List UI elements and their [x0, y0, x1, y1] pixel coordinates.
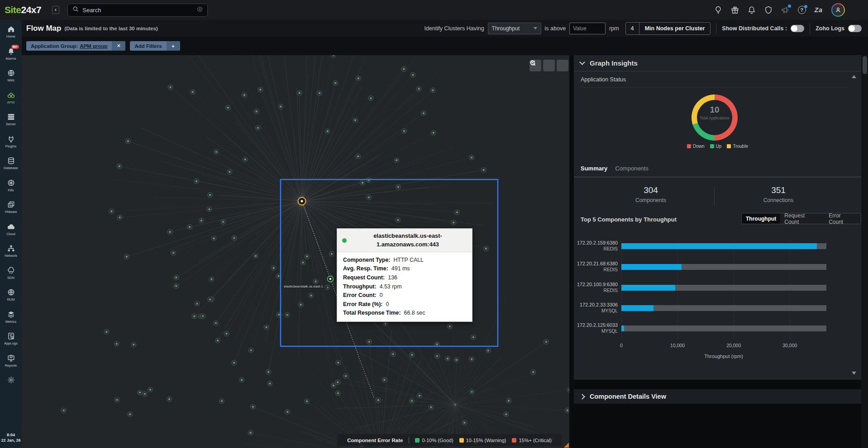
component-node[interactable] — [214, 321, 219, 325]
bell-icon[interactable] — [748, 6, 756, 14]
component-node[interactable] — [124, 254, 129, 259]
component-node[interactable] — [227, 170, 232, 174]
add-filters-chip[interactable]: Add Filters + — [130, 41, 180, 51]
component-node[interactable] — [329, 251, 334, 256]
component-node[interactable] — [544, 340, 548, 344]
component-node[interactable] — [469, 155, 474, 160]
component-node[interactable] — [200, 314, 205, 319]
component-node[interactable] — [483, 246, 488, 251]
component-node[interactable] — [469, 389, 474, 394]
window-scrollbar[interactable] — [861, 55, 868, 448]
component-node[interactable] — [434, 354, 439, 358]
sidebar-item-web[interactable]: Web — [0, 69, 22, 91]
component-node[interactable] — [114, 341, 119, 346]
component-node[interactable] — [356, 154, 361, 159]
min-nodes-group[interactable]: 4 Min Nodes per Cluster — [625, 22, 711, 35]
zia-icon[interactable]: Za — [815, 6, 823, 14]
gift-icon[interactable] — [731, 6, 739, 14]
component-node[interactable] — [61, 408, 66, 413]
zoom-in-button[interactable] — [543, 60, 555, 71]
bar-row[interactable]: 172.20.2.159:6380REDIS — [574, 240, 861, 253]
component-node[interactable] — [331, 55, 336, 57]
component-node[interactable] — [313, 279, 318, 284]
component-node[interactable] — [305, 399, 310, 404]
component-node[interactable] — [481, 167, 486, 172]
site24x7-logo[interactable]: Site24x7 — [5, 5, 41, 15]
component-node[interactable] — [250, 404, 255, 409]
tab-summary[interactable]: Summary — [581, 165, 607, 172]
component-node[interactable] — [248, 430, 253, 435]
plus-icon[interactable]: + — [167, 41, 180, 51]
component-node[interactable] — [243, 157, 248, 162]
component-node[interactable] — [195, 301, 200, 306]
avatar[interactable] — [831, 3, 845, 17]
component-node[interactable] — [208, 297, 213, 302]
component-node[interactable] — [255, 125, 260, 130]
component-node[interactable] — [401, 66, 406, 71]
component-node[interactable] — [462, 420, 467, 425]
component-node[interactable] — [430, 88, 435, 93]
component-node[interactable] — [285, 410, 290, 415]
component-node[interactable] — [220, 219, 225, 224]
component-node[interactable] — [429, 405, 434, 410]
component-node[interactable] — [117, 164, 122, 169]
component-node[interactable] — [215, 338, 220, 343]
component-node[interactable] — [366, 178, 371, 183]
sidebar-item-reports[interactable]: Reports — [0, 354, 22, 376]
distributed-calls-toggle[interactable] — [791, 25, 804, 32]
min-nodes-value[interactable]: 4 — [626, 23, 639, 34]
sidebar-item-database[interactable]: Database — [0, 156, 22, 179]
sidebar-item-settings[interactable] — [0, 376, 22, 398]
scrollbar-thumb[interactable] — [863, 56, 867, 74]
sidebar-item-applogs[interactable]: AppLogs — [0, 332, 22, 354]
sidebar-item-vmware[interactable]: VMware — [0, 200, 22, 222]
component-node[interactable] — [454, 210, 459, 215]
sidebar-item-apm[interactable]: APM — [0, 91, 22, 113]
component-node[interactable] — [471, 335, 476, 340]
bar-row[interactable]: 172.20.2.125:6033MYSQL — [574, 322, 861, 335]
component-node[interactable] — [114, 397, 119, 402]
component-node[interactable] — [131, 342, 136, 347]
component-node[interactable] — [242, 93, 247, 98]
toggle-request-count[interactable]: Request Count — [780, 213, 825, 224]
component-node[interactable] — [416, 86, 421, 91]
bar-row[interactable]: 172.20.2.33:3306MYSQL — [574, 302, 861, 315]
component-node[interactable] — [309, 293, 314, 298]
component-node[interactable] — [248, 348, 253, 353]
component-node[interactable] — [278, 104, 283, 109]
scroll-down-icon[interactable] — [852, 372, 856, 375]
component-node[interactable] — [143, 391, 148, 396]
component-node[interactable] — [253, 254, 258, 259]
component-node[interactable] — [137, 390, 142, 395]
component-node[interactable] — [531, 370, 536, 375]
toggle-error-count[interactable]: Error Count — [825, 213, 861, 224]
component-node[interactable] — [214, 150, 219, 155]
flow-map-canvas[interactable]: elasticbeanstalk.us-east-1.... Component… — [22, 55, 569, 448]
sidebar-item-plugins[interactable]: Plugins — [0, 135, 22, 157]
component-node[interactable] — [454, 358, 459, 363]
component-node[interactable] — [167, 396, 172, 401]
component-node[interactable] — [421, 111, 426, 116]
component-node[interactable] — [254, 109, 259, 114]
lightbulb-icon[interactable] — [714, 6, 722, 14]
global-search[interactable] — [67, 4, 208, 17]
component-node[interactable] — [300, 260, 305, 265]
component-node[interactable] — [356, 76, 361, 81]
component-node[interactable] — [258, 87, 263, 92]
component-node[interactable] — [191, 90, 196, 94]
component-node[interactable] — [305, 254, 310, 259]
search-input[interactable] — [82, 7, 193, 14]
bar-row[interactable]: 172.20.100.9:6380REDIS — [574, 281, 861, 295]
component-node[interactable] — [117, 215, 122, 220]
component-node[interactable] — [194, 179, 199, 184]
megaphone-icon[interactable] — [781, 6, 789, 14]
component-node[interactable] — [109, 209, 114, 214]
component-node[interactable] — [171, 250, 176, 255]
component-node[interactable] — [486, 348, 491, 353]
resize-handle[interactable] — [564, 443, 569, 448]
component-node[interactable] — [360, 180, 365, 185]
component-node[interactable] — [335, 380, 340, 385]
component-node[interactable] — [192, 314, 197, 319]
clear-search-icon[interactable] — [197, 6, 203, 14]
zoho-logs-toggle[interactable] — [848, 25, 862, 32]
